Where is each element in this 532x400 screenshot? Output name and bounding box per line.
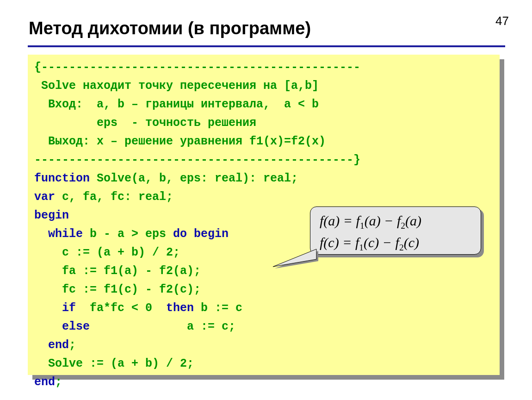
code-line: Solve(a, b, eps: real): real; xyxy=(90,172,298,185)
keyword-then: then xyxy=(166,301,194,315)
formula-line-2: f(c) = f1(c) − f2(c) xyxy=(320,232,472,254)
code-line: ; xyxy=(69,338,76,352)
page-number: 47 xyxy=(495,14,509,28)
code-line: fa*fc < 0 xyxy=(76,301,166,315)
code-line: {---------------------------------------… xyxy=(34,61,360,74)
code-line: fa := f1(a) - f2(a); xyxy=(34,264,201,278)
code-line: c, fa, fc: real; xyxy=(55,190,173,204)
code-line: b := c xyxy=(194,301,242,315)
code-line: Solve находит точку пересечения на [a,b] xyxy=(34,79,319,93)
code-block: {---------------------------------------… xyxy=(28,55,500,375)
code-line: Выход: x – решение уравнения f1(x)=f2(x) xyxy=(34,135,326,148)
code-line: Solve := (a + b) / 2; xyxy=(34,357,194,370)
code-line: ; xyxy=(55,375,62,389)
code-line: a := c; xyxy=(90,320,235,333)
code-line: fc := f1(c) - f2(c); xyxy=(34,283,201,296)
divider xyxy=(28,45,505,47)
keyword-begin: begin xyxy=(34,209,69,222)
code-line: ----------------------------------------… xyxy=(34,153,360,167)
callout-tail-icon xyxy=(268,248,319,271)
keyword-end: end xyxy=(48,338,69,352)
page-title: Метод дихотомии (в программе) xyxy=(29,19,311,38)
keyword-while: while xyxy=(48,227,83,241)
keyword-function: function xyxy=(34,172,90,185)
code-block-box: {---------------------------------------… xyxy=(28,55,500,375)
code-line: Вход: a, b – границы интервала, a < b xyxy=(34,98,319,111)
code-line: eps - точность решения xyxy=(34,116,256,130)
keyword-if: if xyxy=(62,301,76,315)
formula-line-1: f(a) = f1(a) − f2(a) xyxy=(320,211,472,232)
keyword-var: var xyxy=(34,190,55,204)
slide: 47 Метод дихотомии (в программе) {------… xyxy=(0,0,532,400)
code-line: b - a > eps xyxy=(83,227,173,241)
code-indent xyxy=(34,301,62,315)
code-indent xyxy=(34,338,48,352)
code-indent xyxy=(34,320,62,333)
formula-callout-box: f(a) = f1(a) − f2(a) f(c) = f1(c) − f2(c… xyxy=(310,206,481,255)
keyword-else: else xyxy=(62,320,90,333)
keyword-end: end xyxy=(34,375,55,389)
code-indent xyxy=(34,227,48,241)
code-line: c := (a + b) / 2; xyxy=(34,246,180,259)
formula-callout: f(a) = f1(a) − f2(a) f(c) = f1(c) − f2(c… xyxy=(310,206,481,255)
keyword-do-begin: do begin xyxy=(173,227,229,241)
